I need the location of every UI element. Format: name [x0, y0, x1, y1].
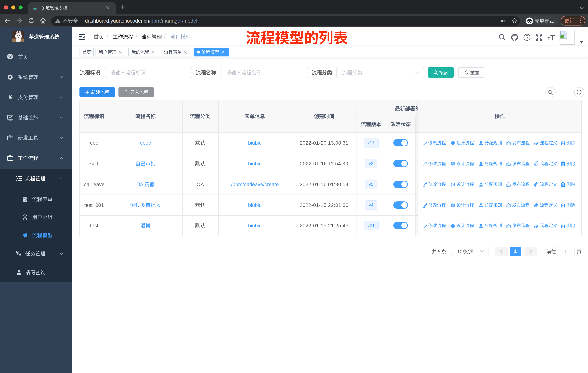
- svg-text:¥: ¥: [8, 94, 12, 101]
